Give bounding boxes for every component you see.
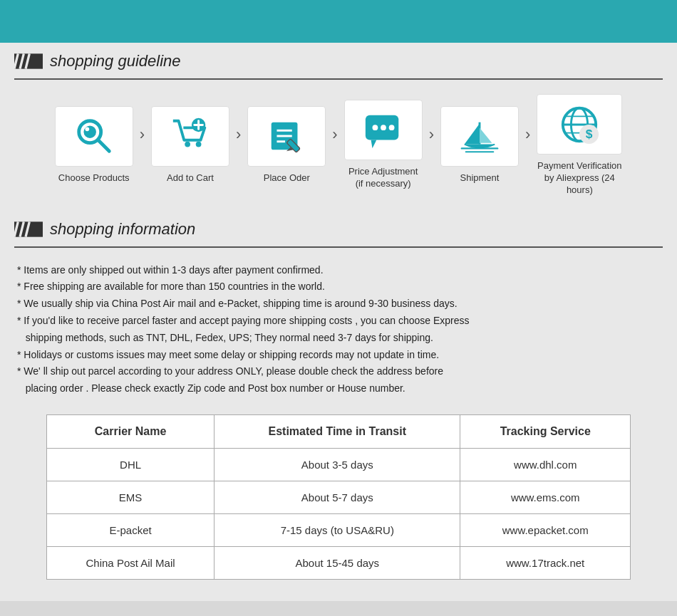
info-item-1: * Items are only shipped out within 1-3 … [14,262,663,279]
information-section-title: shopping information [14,211,663,246]
step-shipment: Shipment [437,106,522,184]
svg-marker-20 [371,140,376,148]
information-icon [14,219,43,239]
guideline-title: shopping guideline [50,52,181,71]
guideline-section-title: shopping guideline [14,43,663,78]
step-label-add-to-cart: Add to Cart [167,172,214,184]
tracking-epacket: www.epacket.com [460,514,631,547]
shipping-table: Carrier Name Estimated Time in Transit T… [46,414,631,580]
header-banner [0,0,677,43]
step-label-payment-verification: Payment Verification by Aliexpress (24 h… [533,160,626,197]
information-title: shopping information [50,220,195,239]
svg-line-5 [98,140,108,151]
table-header-carrier: Carrier Name [47,415,215,449]
transit-ems: About 5-7 days [215,481,460,514]
carrier-dhl: DHL [47,449,215,481]
tracking-chinapost: www.17track.net [460,547,631,580]
tracking-ems: www.ems.com [460,481,631,514]
svg-point-22 [381,125,386,130]
information-divider [14,246,663,248]
step-icon-box-choose-products [55,106,133,167]
table-row: DHL About 3-5 days www.dhl.com [47,449,631,481]
step-choose-products: Choose Products [51,106,137,184]
table-row: E-packet 7-15 days (to USA&RU) www.epack… [47,514,631,547]
info-item-3: * We usually ship via China Post Air mai… [14,296,663,313]
step-label-choose-products: Choose Products [58,172,130,184]
step-icon-box-add-to-cart [151,106,229,167]
step-icon-box-price-adjustment [344,100,423,160]
step-label-price-adjustment: Price Adjustment(if necessary) [348,166,418,190]
table-row: China Post Ail Mail About 15-45 days www… [47,547,631,580]
table-row: EMS About 5-7 days www.ems.com [47,481,631,514]
svg-point-8 [185,142,190,147]
table-header-row: Carrier Name Estimated Time in Transit T… [47,415,631,449]
step-add-to-cart: Add to Cart [148,106,233,184]
arrow-1: › [140,125,145,165]
svg-point-9 [196,142,202,147]
table-header-transit: Estimated Time in Transit [215,415,460,449]
step-icon-box-payment-verification: $ [537,94,622,155]
arrow-2: › [236,125,241,165]
step-place-order: Place Oder [244,106,329,184]
step-payment-verification: $ Payment Verification by Aliexpress (24… [533,94,626,197]
carrier-chinapost: China Post Ail Mail [47,547,215,580]
info-item-5: * Holidays or customs issues may meet so… [14,347,663,364]
arrow-5: › [525,125,530,165]
svg-point-6 [83,126,95,138]
guideline-icon [14,51,43,71]
step-icon-box-place-order [247,106,326,167]
transit-epacket: 7-15 days (to USA&RU) [215,514,460,547]
tracking-dhl: www.dhl.com [460,449,631,481]
transit-dhl: About 3-5 days [215,449,460,481]
carrier-epacket: E-packet [47,514,215,547]
arrow-4: › [429,125,434,165]
svg-point-21 [372,125,378,130]
info-item-2: * Free shipping are available for more t… [14,278,663,296]
guideline-divider [14,78,663,80]
content-area: shopping guideline Choose Products › [0,43,677,601]
step-label-place-order: Place Oder [264,172,310,184]
svg-text:$: $ [586,127,593,141]
arrow-3: › [332,125,337,165]
info-list: * Items are only shipped out within 1-3 … [14,262,663,397]
info-item-6: * We' ll ship out parcel according to yo… [14,363,663,397]
svg-point-7 [85,127,89,132]
info-item-4: * If you'd like to receive parcel faster… [14,313,663,347]
step-icon-box-shipment [440,106,519,167]
step-price-adjustment: Price Adjustment(if necessary) [341,100,426,190]
step-label-shipment: Shipment [460,172,500,184]
carrier-ems: EMS [47,481,215,514]
svg-point-23 [388,125,394,130]
table-header-tracking: Tracking Service [460,415,631,449]
steps-row: Choose Products › Add to Cart › [14,94,663,197]
transit-chinapost: About 15-45 days [215,547,460,580]
